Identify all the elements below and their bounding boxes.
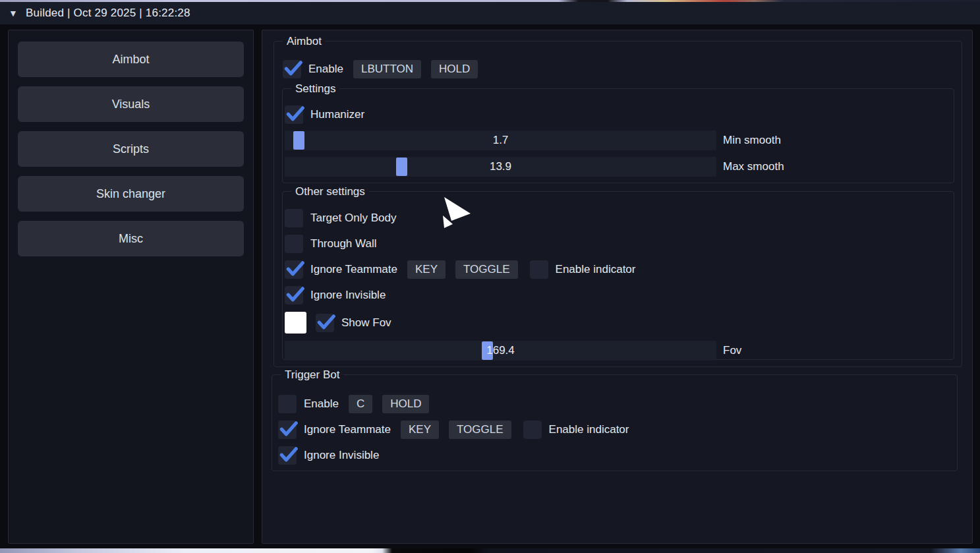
ignore-invisible-checkbox[interactable] [285,286,303,305]
aimbot-keymode-button[interactable]: HOLD [431,60,478,78]
check-icon [285,103,305,123]
fov-value: 169.4 [285,341,716,361]
aimbot-enable-label: Enable [308,63,343,76]
sidebar-item-misc[interactable]: Misc [18,221,244,256]
ignore-teammate-label: Ignore Teammate [310,263,397,276]
min-smooth-label: Min smooth [723,134,781,147]
trigger-bot-group: Trigger Bot Enable C HOLD Ignore Teammat… [272,374,958,471]
aimbot-group: Aimbot Enable LBUTTON HOLD Settings [274,41,962,367]
settings-legend: Settings [291,82,339,96]
aimbot-ignore-invisible-row: Ignore Invisible [285,286,952,305]
max-smooth-value: 13.9 [285,157,716,177]
sidebar-item-skin-changer[interactable]: Skin changer [18,176,244,212]
trigger-indicator-label: Enable indicator [549,423,629,436]
max-smooth-slider[interactable]: 13.9 [285,157,716,177]
game-background-bottom-strip [0,548,980,553]
show-fov-label: Show Fov [341,316,391,330]
collapse-triangle-icon[interactable]: ▼ [9,8,26,18]
trigger-bot-legend: Trigger Bot [281,368,343,382]
sidebar-item-aimbot[interactable]: Aimbot [18,42,244,77]
ignore-teammate-checkbox[interactable] [285,260,303,279]
sidebar: Aimbot Visuals Scripts Skin changer Misc [8,30,254,544]
aimbot-ignore-teammate-row: Ignore Teammate KEY TOGGLE Enable indica… [285,260,952,279]
max-smooth-row: 13.9 Max smooth [285,157,952,177]
trigger-enable-label: Enable [304,397,339,411]
trigger-keymode-button[interactable]: HOLD [382,395,429,413]
other-settings-fieldset: Other settings Target Only Body Through … [282,191,954,360]
trigger-enable-checkbox[interactable] [278,395,297,413]
main-panel: Aimbot Enable LBUTTON HOLD Settings [262,30,973,544]
fov-slider[interactable]: 169.4 [285,341,716,361]
fov-color-swatch[interactable] [285,312,306,334]
trigger-ignore-teammate-checkbox[interactable] [278,421,297,439]
fov-label: Fov [723,344,741,357]
through-wall-row: Through Wall [285,235,952,253]
sidebar-item-visuals[interactable]: Visuals [18,86,244,122]
aimbot-enable-checkbox[interactable] [283,60,301,78]
sidebar-item-scripts[interactable]: Scripts [18,131,244,167]
through-wall-label: Through Wall [310,237,376,250]
check-icon [285,284,305,304]
trigger-ignore-invisible-checkbox[interactable] [278,446,297,465]
indicator-checkbox[interactable] [530,260,548,279]
cheat-menu-root: ▼ Builded | Oct 29 2025 | 16:22:28 Aimbo… [0,0,980,553]
target-only-body-label: Target Only Body [310,212,396,225]
check-icon [279,444,299,464]
ignore-teammate-keymode-button[interactable]: TOGGLE [455,260,518,279]
target-only-body-row: Target Only Body [285,209,952,227]
humanizer-checkbox[interactable] [285,105,303,124]
trigger-indicator-checkbox[interactable] [523,421,542,439]
ignore-invisible-label: Ignore Invisible [310,289,386,302]
titlebar-title: Builded | Oct 29 2025 | 16:22:28 [26,7,190,20]
humanizer-label: Humanizer [310,108,364,121]
ignore-teammate-keybind-button[interactable]: KEY [407,260,446,279]
check-icon [283,58,303,78]
target-only-body-checkbox[interactable] [285,209,303,227]
trigger-ignore-teammate-label: Ignore Teammate [304,423,391,436]
settings-fieldset: Settings Humanizer 1.7 Min smooth [282,88,954,183]
trigger-ignore-invisible-row: Ignore Invisible [278,446,955,465]
indicator-label: Enable indicator [556,263,636,276]
check-icon [285,258,305,278]
aimbot-enable-row: Enable LBUTTON HOLD [283,60,478,78]
trigger-ignore-teammate-keymode-button[interactable]: TOGGLE [449,421,511,439]
min-smooth-slider[interactable]: 1.7 [285,131,716,150]
through-wall-checkbox[interactable] [285,235,303,253]
show-fov-row: Show Fov [285,312,952,334]
min-smooth-value: 1.7 [285,131,716,150]
humanizer-row: Humanizer [285,105,952,124]
aimbot-keybind-button[interactable]: LBUTTON [353,60,421,78]
titlebar: ▼ Builded | Oct 29 2025 | 16:22:28 [0,2,980,24]
check-icon [316,312,336,332]
aimbot-group-legend: Aimbot [283,34,326,48]
trigger-keybind-button[interactable]: C [349,395,372,413]
min-smooth-row: 1.7 Min smooth [285,131,952,150]
trigger-ignore-teammate-keybind-button[interactable]: KEY [401,421,439,439]
show-fov-checkbox[interactable] [316,314,334,332]
trigger-ignore-teammate-row: Ignore Teammate KEY TOGGLE Enable indica… [278,421,955,439]
check-icon [279,419,299,438]
max-smooth-label: Max smooth [723,160,784,173]
other-settings-legend: Other settings [291,185,369,198]
trigger-ignore-invisible-label: Ignore Invisible [304,449,379,462]
fov-row: 169.4 Fov [285,341,952,361]
trigger-enable-row: Enable C HOLD [278,395,955,413]
